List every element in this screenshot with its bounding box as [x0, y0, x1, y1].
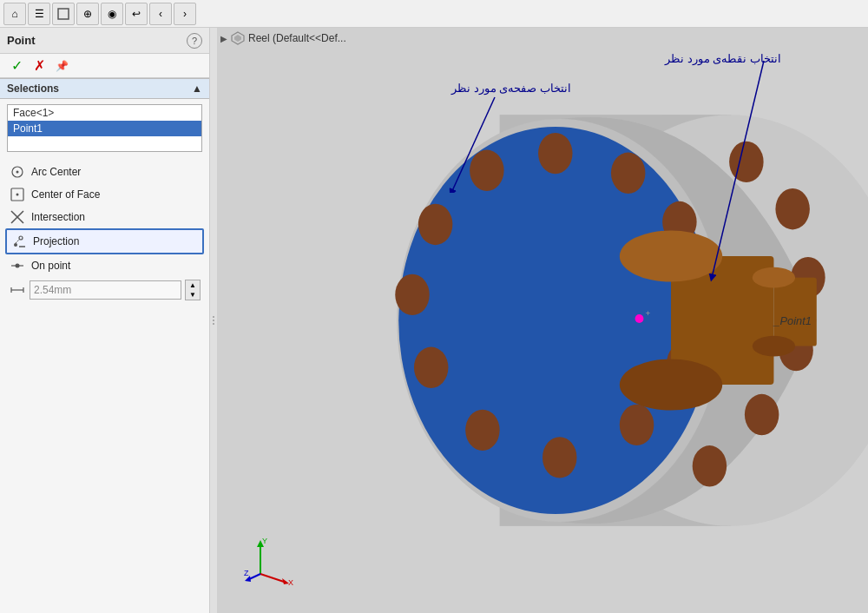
on-point-label: On point	[31, 260, 70, 272]
toolbar-prev-btn[interactable]: ‹	[149, 3, 172, 25]
svg-point-33	[395, 274, 429, 315]
axes-widget: Y X Z	[243, 535, 295, 587]
svg-line-54	[260, 574, 286, 583]
svg-point-34	[418, 204, 452, 245]
distance-decrement[interactable]: ▼	[186, 290, 200, 300]
panel-title: Point	[7, 34, 36, 47]
distance-spinner: ▲ ▼	[185, 280, 201, 300]
toolbar-next-btn[interactable]: ›	[174, 3, 196, 25]
left-panel: Point ? ✓ ✗ 📌 Selections ▲ Face<1> Point…	[0, 28, 210, 613]
option-projection[interactable]: Projection	[5, 228, 204, 254]
intersection-icon	[9, 208, 26, 226]
distance-increment[interactable]: ▲	[186, 280, 200, 290]
option-intersection[interactable]: Intersection	[5, 206, 204, 228]
center-of-face-label: Center of Face	[31, 188, 100, 201]
ok-button[interactable]: ✓	[7, 56, 26, 76]
svg-text:X: X	[288, 578, 293, 587]
selections-header[interactable]: Selections ▲	[0, 78, 209, 99]
toolbar-circle-btn[interactable]: ◉	[101, 3, 123, 25]
arc-center-label: Arc Center	[31, 166, 81, 178]
svg-point-46	[620, 359, 722, 410]
svg-rect-0	[58, 9, 69, 19]
svg-point-31	[465, 410, 499, 451]
svg-text:Z: Z	[244, 569, 249, 577]
pin-button[interactable]: 📌	[52, 56, 71, 76]
breadcrumb-text: Reel (Default<<Def...	[248, 32, 346, 44]
svg-point-30	[542, 437, 576, 478]
right-annotation-arrow	[642, 52, 816, 295]
intersection-label: Intersection	[31, 211, 85, 223]
toolbar-undo-btn[interactable]: ↩	[125, 3, 148, 25]
resize-handle[interactable]	[210, 28, 217, 613]
option-center-of-face[interactable]: Center of Face	[5, 183, 204, 206]
toolbar-list-btn[interactable]: ☰	[28, 3, 50, 25]
breadcrumb: ▶ Reel (Default<<Def...	[220, 31, 346, 45]
svg-point-29	[620, 405, 654, 445]
selections-label: Selections	[7, 82, 59, 95]
svg-point-25	[611, 153, 645, 194]
options-section: Arc Center Center of Face	[0, 157, 209, 306]
svg-point-43	[693, 445, 727, 486]
on-point-icon	[9, 257, 26, 274]
selection-point1[interactable]: Point1	[8, 121, 201, 136]
distance-icon	[9, 281, 26, 299]
option-on-point[interactable]: On point	[5, 254, 204, 277]
panel-header: Point ?	[0, 28, 209, 54]
option-arc-center[interactable]: Arc Center	[5, 161, 204, 183]
svg-text:+: +	[645, 308, 650, 318]
svg-point-2	[16, 171, 19, 174]
left-annotation-arrow	[408, 80, 547, 193]
svg-point-49	[753, 336, 795, 357]
selections-content: Face<1> Point1	[0, 99, 209, 157]
toolbar-home-btn[interactable]: ⌂	[3, 3, 26, 25]
svg-text:Y: Y	[262, 537, 267, 545]
arc-center-icon	[9, 163, 26, 181]
toolbar-crosshair-btn[interactable]: ⊕	[76, 3, 99, 25]
projection-icon	[10, 233, 28, 250]
svg-point-42	[745, 394, 779, 435]
top-toolbar: ⌂ ☰ ⊕ ◉ ↩ ‹ ›	[0, 0, 868, 28]
selection-face[interactable]: Face<1>	[8, 105, 201, 121]
svg-point-12	[16, 264, 20, 268]
distance-input[interactable]	[30, 280, 181, 300]
cancel-button[interactable]: ✗	[30, 56, 49, 76]
svg-point-9	[19, 236, 23, 240]
selections-collapse-icon: ▲	[192, 82, 202, 95]
breadcrumb-icon	[231, 31, 245, 45]
resize-dots	[213, 316, 214, 325]
projection-label: Projection	[33, 235, 79, 247]
svg-marker-17	[234, 35, 241, 42]
svg-point-32	[414, 347, 448, 388]
breadcrumb-arrow: ▶	[220, 34, 227, 43]
svg-point-4	[16, 194, 19, 196]
selection-list: Face<1> Point1	[7, 104, 202, 152]
panel-help-btn[interactable]: ?	[187, 33, 202, 49]
svg-point-36	[635, 314, 644, 323]
distance-row: ▲ ▼	[5, 277, 204, 303]
svg-point-7	[14, 243, 17, 247]
svg-text:_Point1: _Point1	[773, 314, 811, 327]
panel-actions: ✓ ✗ 📌	[0, 54, 209, 78]
toolbar-box-btn[interactable]	[52, 3, 75, 25]
viewport[interactable]: ▶ Reel (Default<<Def...	[217, 28, 868, 613]
center-of-face-icon	[9, 186, 26, 203]
